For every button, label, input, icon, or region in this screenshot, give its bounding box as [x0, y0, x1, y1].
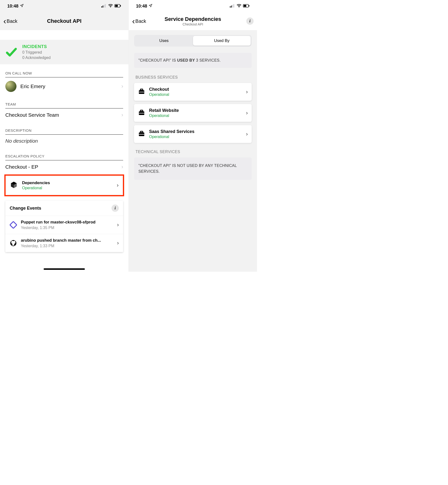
change-events-card: Change Events i Puppet run for master-ck… — [5, 201, 123, 252]
battery-icon — [243, 4, 250, 9]
group-label-technical: TECHNICAL SERVICES — [129, 146, 257, 156]
svg-rect-22 — [140, 110, 143, 111]
escalation-row[interactable]: Checkout - EP › — [5, 160, 123, 173]
svg-rect-12 — [232, 5, 233, 8]
svg-rect-7 — [120, 5, 121, 7]
chevron-right-icon: › — [117, 182, 119, 189]
service-status: Operational — [149, 114, 179, 118]
check-icon — [5, 44, 18, 60]
dependencies-row[interactable]: Dependencies Operational › — [6, 176, 122, 195]
back-label: Back — [7, 18, 17, 24]
section-label-description: DESCRIPTION — [5, 128, 123, 135]
incidents-acknowledged: 0 Acknowledged — [22, 56, 51, 60]
svg-rect-11 — [231, 6, 232, 8]
team-row[interactable]: Checkout Service Team › — [5, 108, 123, 122]
chevron-right-icon: › — [117, 240, 119, 246]
briefcase-icon — [138, 109, 145, 117]
svg-rect-10 — [230, 6, 231, 8]
svg-rect-3 — [105, 4, 106, 8]
svg-rect-6 — [115, 5, 118, 7]
page-title: Checkout API — [0, 18, 128, 24]
chevron-left-icon: ‹ — [132, 18, 135, 24]
info-button[interactable]: i — [246, 17, 254, 25]
chevron-right-icon: › — [121, 83, 123, 90]
dependencies-title: Dependencies — [22, 181, 50, 185]
navbar: ‹ Back Checkout API — [0, 12, 128, 30]
svg-rect-17 — [249, 5, 249, 7]
summary-callout: "CHECKOUT API" IS USED BY 3 SERVICES. — [134, 53, 252, 68]
svg-rect-0 — [101, 6, 102, 8]
team-name: Checkout Service Team — [5, 112, 59, 118]
wifi-icon — [237, 4, 241, 9]
escalation-value: Checkout - EP — [5, 164, 38, 170]
summary-prefix: "CHECKOUT API" IS — [138, 58, 177, 62]
status-time: 10:48 — [136, 4, 147, 9]
cellular-icon — [101, 4, 107, 9]
change-event-time: Yesterday, 1:35 PM — [21, 226, 96, 230]
service-card[interactable]: Saas Shared Services Operational › — [134, 125, 252, 143]
service-card[interactable]: Checkout Operational › — [134, 83, 252, 101]
chevron-right-icon: › — [121, 112, 123, 118]
screen-service-detail: 10:48 ‹ Back — [0, 0, 128, 272]
screen-service-dependencies: 10:48 ‹ Back — [128, 0, 257, 272]
service-card[interactable]: Retail Website Operational › — [134, 104, 252, 122]
location-icon — [149, 4, 152, 9]
svg-rect-13 — [233, 4, 234, 8]
cube-icon — [10, 181, 18, 190]
change-event-title: arubino pushed branch master from ch... — [21, 238, 101, 243]
location-icon — [20, 4, 24, 9]
page-title: Service Dependencies — [129, 16, 257, 22]
change-event-row[interactable]: arubino pushed branch master from ch... … — [5, 234, 123, 252]
briefcase-icon — [138, 130, 145, 138]
svg-rect-1 — [103, 6, 103, 8]
segment-uses[interactable]: Uses — [135, 36, 193, 46]
summary-suffix: 3 SERVICES. — [195, 58, 221, 62]
incidents-heading: INCIDENTS — [22, 44, 51, 49]
summary-bold: USED BY — [177, 58, 195, 62]
service-name: Retail Website — [149, 108, 179, 113]
svg-rect-26 — [139, 134, 144, 134]
back-button[interactable]: ‹ Back — [132, 18, 146, 24]
svg-rect-19 — [140, 89, 143, 90]
oncall-name: Eric Emery — [20, 83, 45, 89]
dependencies-highlight: Dependencies Operational › — [4, 174, 124, 196]
cellular-icon — [230, 4, 235, 9]
change-event-row[interactable]: Puppet run for master-cksvc08-sfprod Yes… — [5, 216, 123, 234]
svg-rect-23 — [139, 113, 144, 113]
svg-rect-8 — [10, 222, 17, 228]
svg-point-4 — [110, 7, 111, 7]
svg-rect-20 — [139, 92, 144, 92]
page-subtitle: Checkout API — [129, 22, 257, 26]
chevron-right-icon: › — [246, 110, 248, 116]
service-name: Checkout — [149, 87, 169, 92]
svg-rect-25 — [140, 131, 143, 132]
description-row: No description — [5, 135, 123, 147]
change-event-time: Yesterday, 1:33 PM — [21, 244, 101, 248]
segment-used-by[interactable]: Used By — [193, 36, 251, 46]
svg-point-14 — [239, 7, 240, 7]
navbar: ‹ Back Service Dependencies Checkout API… — [129, 12, 257, 30]
github-icon — [10, 239, 17, 247]
home-indicator[interactable] — [44, 268, 85, 270]
back-button[interactable]: ‹ Back — [3, 18, 17, 24]
change-events-title: Change Events — [10, 206, 41, 211]
change-event-title: Puppet run for master-cksvc08-sfprod — [21, 220, 96, 225]
chevron-right-icon: › — [246, 131, 248, 137]
info-button[interactable]: i — [112, 205, 119, 212]
service-status: Operational — [149, 92, 169, 97]
chevron-left-icon: ‹ — [3, 18, 6, 24]
wifi-icon — [108, 4, 113, 9]
group-label-business: BUSINESS SERVICES — [129, 72, 257, 82]
section-label-escalation: ESCALATION POLICY — [5, 154, 123, 160]
service-name: Saas Shared Services — [149, 129, 194, 134]
status-bar: 10:48 — [129, 0, 257, 12]
chevron-right-icon: › — [117, 222, 119, 228]
oncall-row[interactable]: Eric Emery › — [5, 77, 123, 95]
description-value: No description — [5, 138, 38, 144]
technical-empty-note: "CHECKOUT API" IS NOT USED BY ANY TECHNI… — [134, 157, 252, 180]
back-label: Back — [135, 18, 146, 24]
puppet-icon — [10, 221, 17, 229]
chevron-right-icon: › — [121, 164, 123, 170]
segment-control: Uses Used By — [134, 35, 252, 47]
incidents-summary: INCIDENTS 0 Triggered 0 Acknowledged — [0, 40, 128, 64]
